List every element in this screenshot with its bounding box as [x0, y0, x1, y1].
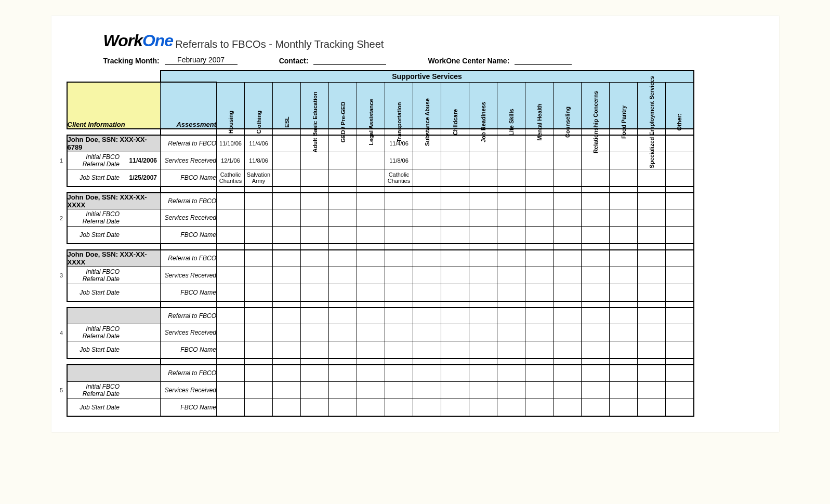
data-cell[interactable] [385, 324, 413, 341]
data-cell[interactable] [497, 381, 525, 399]
data-cell[interactable] [638, 324, 666, 341]
data-cell[interactable] [441, 341, 469, 359]
center-value[interactable] [515, 64, 572, 65]
data-cell[interactable] [666, 341, 694, 359]
data-cell[interactable] [666, 193, 694, 209]
data-cell[interactable] [329, 152, 357, 169]
data-cell[interactable] [273, 381, 301, 399]
data-cell[interactable] [385, 284, 413, 301]
data-cell[interactable] [301, 365, 329, 381]
data-cell[interactable] [469, 284, 497, 301]
data-cell[interactable] [497, 324, 525, 341]
data-cell[interactable] [413, 267, 441, 284]
data-cell[interactable] [497, 267, 525, 284]
data-cell[interactable] [413, 284, 441, 301]
data-cell[interactable] [357, 193, 385, 209]
data-cell[interactable] [273, 209, 301, 227]
data-cell[interactable] [497, 227, 525, 244]
data-cell[interactable] [273, 365, 301, 381]
data-cell[interactable] [441, 193, 469, 209]
data-cell[interactable] [525, 209, 554, 227]
data-cell[interactable] [413, 365, 441, 381]
data-cell[interactable] [301, 341, 329, 359]
data-cell[interactable] [638, 267, 666, 284]
data-cell[interactable] [497, 308, 525, 324]
data-cell[interactable] [582, 324, 610, 341]
data-cell[interactable] [357, 341, 385, 359]
data-cell[interactable] [441, 284, 469, 301]
data-cell[interactable] [554, 365, 582, 381]
data-cell[interactable] [357, 250, 385, 267]
data-cell[interactable] [525, 169, 554, 187]
data-cell[interactable] [357, 399, 385, 416]
data-cell[interactable] [610, 169, 638, 187]
data-cell[interactable] [245, 193, 273, 209]
client-name[interactable]: John Doe, SSN: XXX-XX-XXXX [67, 250, 161, 267]
data-cell[interactable] [469, 250, 497, 267]
client-name[interactable] [67, 365, 161, 381]
data-cell[interactable] [441, 250, 469, 267]
data-cell[interactable] [413, 341, 441, 359]
data-cell[interactable] [582, 227, 610, 244]
data-cell[interactable] [217, 209, 245, 227]
data-cell[interactable] [357, 209, 385, 227]
data-cell[interactable] [666, 227, 694, 244]
data-cell[interactable] [273, 308, 301, 324]
data-cell[interactable] [554, 399, 582, 416]
data-cell[interactable] [245, 284, 273, 301]
data-cell[interactable] [582, 267, 610, 284]
data-cell[interactable] [245, 267, 273, 284]
data-cell[interactable] [497, 152, 525, 169]
data-cell[interactable]: 11/8/06 [245, 152, 273, 169]
data-cell[interactable] [273, 341, 301, 359]
data-cell[interactable] [525, 341, 554, 359]
data-cell[interactable] [413, 152, 441, 169]
data-cell[interactable] [329, 365, 357, 381]
data-cell[interactable] [497, 341, 525, 359]
data-cell[interactable] [554, 152, 582, 169]
contact-value[interactable] [313, 64, 386, 65]
data-cell[interactable] [497, 209, 525, 227]
data-cell[interactable] [301, 152, 329, 169]
data-cell[interactable] [525, 250, 554, 267]
data-cell[interactable] [301, 381, 329, 399]
data-cell[interactable] [273, 284, 301, 301]
data-cell[interactable] [441, 365, 469, 381]
data-cell[interactable] [554, 341, 582, 359]
data-cell[interactable] [610, 193, 638, 209]
data-cell[interactable] [273, 193, 301, 209]
data-cell[interactable]: Catholic Charities [385, 169, 413, 187]
data-cell[interactable] [554, 308, 582, 324]
data-cell[interactable] [329, 381, 357, 399]
data-cell[interactable] [441, 169, 469, 187]
data-cell[interactable] [301, 169, 329, 187]
data-cell[interactable] [301, 284, 329, 301]
data-cell[interactable] [301, 399, 329, 416]
client-name[interactable]: John Doe, SSN: XXX-XX-6789 [67, 135, 161, 152]
data-cell[interactable] [666, 169, 694, 187]
data-cell[interactable] [638, 381, 666, 399]
data-cell[interactable] [217, 381, 245, 399]
data-cell[interactable] [525, 152, 554, 169]
data-cell[interactable] [582, 341, 610, 359]
data-cell[interactable] [273, 152, 301, 169]
client-initial-date[interactable]: Initial FBCO Referral Date [67, 381, 161, 399]
data-cell[interactable]: 12/1/06 [217, 152, 245, 169]
data-cell[interactable] [525, 193, 554, 209]
data-cell[interactable] [525, 308, 554, 324]
data-cell[interactable] [245, 365, 273, 381]
data-cell[interactable] [638, 308, 666, 324]
data-cell[interactable] [469, 324, 497, 341]
data-cell[interactable] [245, 381, 273, 399]
data-cell[interactable] [245, 308, 273, 324]
data-cell[interactable] [385, 308, 413, 324]
data-cell[interactable]: 11/4/06 [245, 135, 273, 152]
data-cell[interactable] [497, 193, 525, 209]
data-cell[interactable]: Salvation Army [245, 169, 273, 187]
data-cell[interactable] [666, 381, 694, 399]
data-cell[interactable] [497, 399, 525, 416]
data-cell[interactable] [497, 169, 525, 187]
data-cell[interactable] [301, 193, 329, 209]
data-cell[interactable] [385, 399, 413, 416]
data-cell[interactable] [273, 324, 301, 341]
